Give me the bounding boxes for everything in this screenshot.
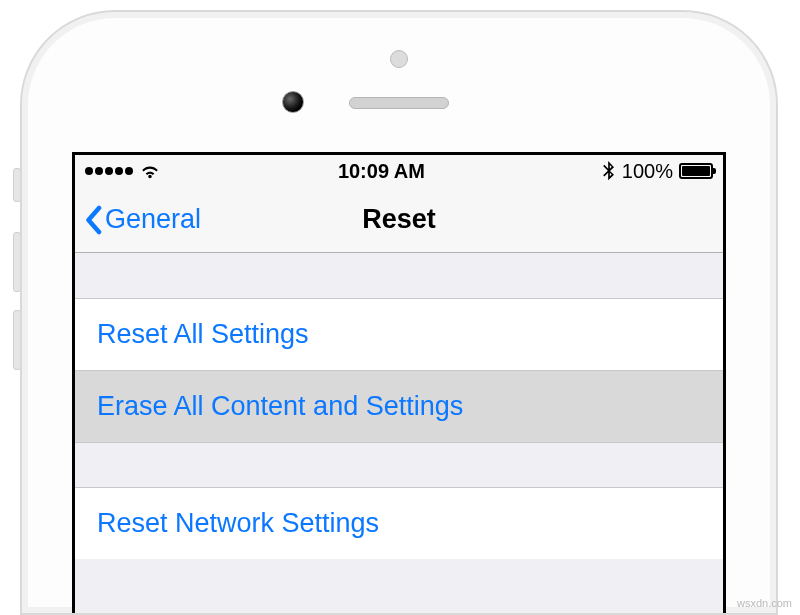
status-left: [85, 160, 161, 182]
nav-bar: General Reset: [75, 187, 723, 253]
battery-percent: 100%: [622, 160, 673, 183]
cell-label: Reset All Settings: [97, 319, 309, 349]
status-time: 10:09 AM: [338, 160, 425, 183]
section-gap: [75, 442, 723, 488]
chevron-left-icon: [83, 205, 103, 235]
back-button[interactable]: General: [75, 204, 201, 235]
signal-dots-icon: [85, 167, 133, 175]
reset-all-settings-cell[interactable]: Reset All Settings: [75, 299, 723, 371]
bluetooth-icon: [602, 161, 616, 181]
status-right: 100%: [602, 160, 713, 183]
cell-label: Erase All Content and Settings: [97, 391, 463, 421]
proximity-sensor: [390, 50, 408, 68]
earpiece-speaker: [349, 97, 449, 109]
battery-icon: [679, 163, 713, 179]
status-bar: 10:09 AM 100%: [75, 155, 723, 187]
phone-frame: 10:09 AM 100% General Reset Reset All Se…: [20, 10, 778, 615]
front-camera: [282, 91, 304, 113]
back-button-label: General: [105, 204, 201, 235]
reset-network-settings-cell[interactable]: Reset Network Settings: [75, 488, 723, 559]
cell-label: Reset Network Settings: [97, 508, 379, 538]
section-gap: [75, 253, 723, 299]
screen: 10:09 AM 100% General Reset Reset All Se…: [72, 152, 726, 613]
erase-all-content-cell[interactable]: Erase All Content and Settings: [75, 371, 723, 442]
watermark: wsxdn.com: [737, 597, 792, 609]
wifi-icon: [139, 160, 161, 182]
